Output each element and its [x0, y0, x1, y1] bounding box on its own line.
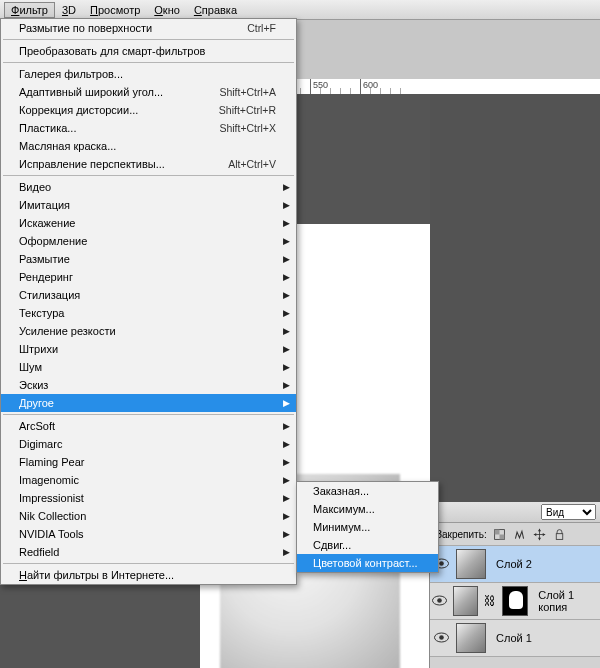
menu-item-shortcut: Alt+Ctrl+V	[228, 158, 276, 170]
layer-name-label: Слой 1 копия	[538, 589, 596, 613]
menu-item-label: Имитация	[19, 199, 70, 211]
layer-name-label: Слой 1	[496, 632, 532, 644]
submenu-item[interactable]: Сдвиг...	[297, 536, 438, 554]
layers-panel: Вид Закрепить: Слой 2⛓Слой 1 копияСлой 1	[429, 502, 600, 668]
menu-item-shortcut: Ctrl+F	[247, 22, 276, 34]
lock-position-icon[interactable]	[533, 527, 547, 541]
filter-menu-item[interactable]: Адаптивный широкий угол...Shift+Ctrl+A	[1, 83, 296, 101]
submenu-arrow-icon: ▶	[283, 218, 290, 228]
menubar: Фильтр3DПросмотрОкноСправка	[0, 0, 600, 20]
menu-item-просмотр[interactable]: Просмотр	[83, 2, 147, 18]
filter-menu-item[interactable]: Коррекция дисторсии...Shift+Ctrl+R	[1, 101, 296, 119]
menu-item-shortcut: Shift+Ctrl+R	[219, 104, 276, 116]
submenu-arrow-icon: ▶	[283, 200, 290, 210]
submenu-arrow-icon: ▶	[283, 529, 290, 539]
filter-menu-item[interactable]: Текстура▶	[1, 304, 296, 322]
menu-item-label: Найти фильтры в Интернете...	[19, 569, 174, 581]
filter-menu-item[interactable]: Исправление перспективы...Alt+Ctrl+V	[1, 155, 296, 173]
menu-item-shortcut: Shift+Ctrl+A	[219, 86, 276, 98]
submenu-item[interactable]: Максимум...	[297, 500, 438, 518]
submenu-arrow-icon: ▶	[283, 493, 290, 503]
layer-blend-mode-select[interactable]: Вид	[541, 504, 596, 520]
menu-item-label: Текстура	[19, 307, 64, 319]
visibility-eye-icon[interactable]	[430, 630, 452, 646]
filter-menu-item[interactable]: Digimarc▶	[1, 435, 296, 453]
filter-menu-item[interactable]: Рендеринг▶	[1, 268, 296, 286]
filter-menu-item[interactable]: Найти фильтры в Интернете...	[1, 566, 296, 584]
menu-item-label: Преобразовать для смарт-фильтров	[19, 45, 205, 57]
menu-item-label: Масляная краска...	[19, 140, 116, 152]
layer-row[interactable]: Слой 1	[430, 620, 600, 657]
submenu-arrow-icon: ▶	[283, 547, 290, 557]
filter-menu-item[interactable]: Видео▶	[1, 178, 296, 196]
menu-item-label: NVIDIA Tools	[19, 528, 84, 540]
lock-label: Закрепить:	[436, 529, 487, 540]
menu-item-3d[interactable]: 3D	[55, 2, 83, 18]
submenu-arrow-icon: ▶	[283, 511, 290, 521]
filter-menu-item[interactable]: Усиление резкости▶	[1, 322, 296, 340]
submenu-arrow-icon: ▶	[283, 362, 290, 372]
submenu-arrow-icon: ▶	[283, 290, 290, 300]
submenu-item[interactable]: Цветовой контраст...	[297, 554, 438, 572]
filter-menu-item[interactable]: Галерея фильтров...	[1, 65, 296, 83]
filter-menu-item[interactable]: Размытие▶	[1, 250, 296, 268]
filter-menu-item[interactable]: Redfield▶	[1, 543, 296, 561]
menu-item-label: Размытие	[19, 253, 70, 265]
menu-item-label: Пластика...	[19, 122, 76, 134]
lock-transparency-icon[interactable]	[493, 527, 507, 541]
svg-rect-1	[495, 529, 500, 534]
filter-submenu-other: Заказная...Максимум...Минимум...Сдвиг...…	[296, 481, 439, 573]
layer-thumbnail[interactable]	[456, 623, 486, 653]
submenu-arrow-icon: ▶	[283, 475, 290, 485]
filter-menu-item[interactable]: Имитация▶	[1, 196, 296, 214]
lock-pixels-icon[interactable]	[513, 527, 527, 541]
filter-menu-item[interactable]: Пластика...Shift+Ctrl+X	[1, 119, 296, 137]
filter-menu-item[interactable]: Другое▶	[1, 394, 296, 412]
menu-item-label: Flaming Pear	[19, 456, 84, 468]
filter-menu-item[interactable]: Размытие по поверхностиCtrl+F	[1, 19, 296, 37]
menu-item-label: Размытие по поверхности	[19, 22, 152, 34]
layer-mask-thumbnail[interactable]	[502, 586, 528, 616]
filter-menu-item[interactable]: NVIDIA Tools▶	[1, 525, 296, 543]
menu-item-фильтр[interactable]: Фильтр	[4, 2, 55, 18]
filter-menu-item[interactable]: ArcSoft▶	[1, 417, 296, 435]
filter-menu-item[interactable]: Nik Collection▶	[1, 507, 296, 525]
filter-menu-item[interactable]: Impressionist▶	[1, 489, 296, 507]
menu-item-окно[interactable]: Окно	[147, 2, 187, 18]
menu-item-label: Коррекция дисторсии...	[19, 104, 138, 116]
submenu-arrow-icon: ▶	[283, 380, 290, 390]
layer-thumbnail[interactable]	[456, 549, 486, 579]
filter-menu-item[interactable]: Эскиз▶	[1, 376, 296, 394]
menu-item-label: Impressionist	[19, 492, 84, 504]
svg-rect-3	[556, 533, 563, 539]
layer-row[interactable]: ⛓Слой 1 копия	[430, 583, 600, 620]
menu-item-shortcut: Shift+Ctrl+X	[219, 122, 276, 134]
filter-menu-item[interactable]: Искажение▶	[1, 214, 296, 232]
filter-menu-item[interactable]: Imagenomic▶	[1, 471, 296, 489]
filter-menu-item[interactable]: Шум▶	[1, 358, 296, 376]
menu-item-label: Исправление перспективы...	[19, 158, 165, 170]
filter-menu-item[interactable]: Масляная краска...	[1, 137, 296, 155]
filter-menu-item[interactable]: Оформление▶	[1, 232, 296, 250]
submenu-arrow-icon: ▶	[283, 308, 290, 318]
menu-item-label: Другое	[19, 397, 54, 409]
menu-item-label: Шум	[19, 361, 42, 373]
lock-all-icon[interactable]	[553, 527, 567, 541]
submenu-item[interactable]: Заказная...	[297, 482, 438, 500]
filter-menu-item[interactable]: Штрихи▶	[1, 340, 296, 358]
filter-menu-item[interactable]: Преобразовать для смарт-фильтров	[1, 42, 296, 60]
filter-menu-item[interactable]: Стилизация▶	[1, 286, 296, 304]
layer-thumbnail[interactable]	[453, 586, 479, 616]
submenu-item[interactable]: Минимум...	[297, 518, 438, 536]
filter-menu-item[interactable]: Flaming Pear▶	[1, 453, 296, 471]
menu-item-label: Рендеринг	[19, 271, 73, 283]
menu-item-label: Эскиз	[19, 379, 48, 391]
layer-mask-link-icon[interactable]: ⛓	[484, 594, 496, 608]
menu-item-справка[interactable]: Справка	[187, 2, 244, 18]
menu-item-label: Адаптивный широкий угол...	[19, 86, 163, 98]
layers-panel-header: Вид	[430, 502, 600, 523]
submenu-arrow-icon: ▶	[283, 398, 290, 408]
filter-menu: Размытие по поверхностиCtrl+FПреобразова…	[0, 18, 297, 585]
visibility-eye-icon[interactable]	[430, 593, 449, 609]
layer-row[interactable]: Слой 2	[430, 546, 600, 583]
